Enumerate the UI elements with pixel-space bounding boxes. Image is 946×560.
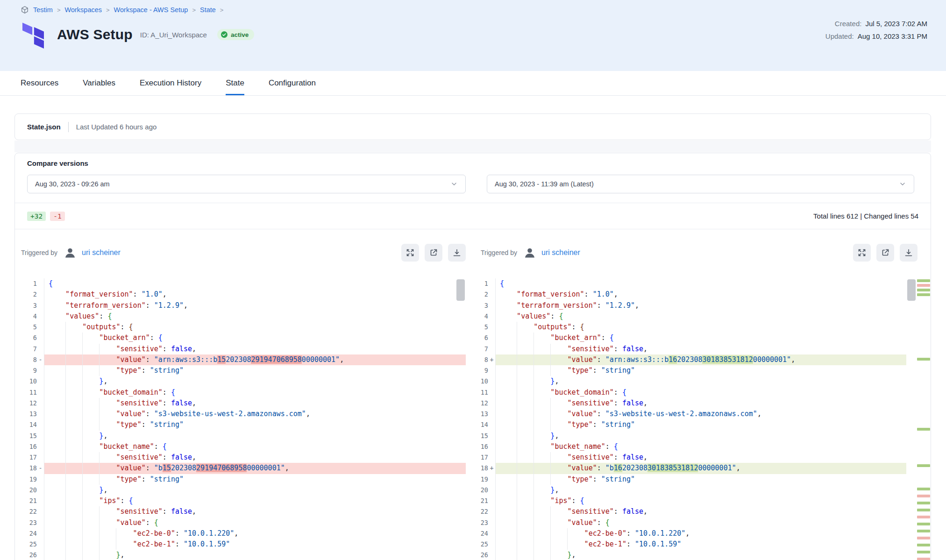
breadcrumb-link[interactable]: Testim — [33, 6, 53, 14]
code-line: 16"bucket_name": { — [21, 441, 466, 452]
indent-guide — [65, 376, 66, 387]
breadcrumb-separator: > — [220, 7, 224, 14]
line-number: 19 — [21, 474, 37, 485]
triggered-by-label: Triggered by — [481, 249, 517, 256]
diff-ruler-mark — [917, 544, 930, 546]
expand-icon — [406, 248, 414, 257]
state-file-name: State.json — [27, 123, 61, 131]
version-select-right-value: Aug 30, 2023 - 11:39 am (Latest) — [495, 180, 594, 188]
scrollbar-thumb[interactable] — [456, 279, 465, 301]
breadcrumb-link[interactable]: Workspace - AWS Setup — [114, 6, 188, 14]
breadcrumb-link[interactable]: State — [200, 6, 216, 14]
triggered-by-user-link[interactable]: uri scheiner — [541, 248, 580, 257]
indent-guide — [82, 431, 83, 441]
indent-guide — [517, 387, 517, 398]
diff-marker — [488, 419, 495, 430]
download-button[interactable] — [900, 244, 918, 262]
updated-value: Aug 10, 2023 3:31 PM — [858, 32, 927, 40]
triggered-by-user-link[interactable]: uri scheiner — [82, 248, 121, 257]
indent-guide — [550, 474, 551, 485]
line-number: 12 — [472, 398, 488, 409]
indent-guide — [65, 344, 66, 354]
diff-ruler-mark — [917, 558, 930, 560]
indent-guide — [82, 539, 83, 550]
diff-marker — [488, 485, 495, 496]
diff-marker — [488, 311, 495, 322]
line-number: 16 — [21, 441, 37, 452]
diff-ruler-mark — [917, 464, 930, 467]
triggered-by-label: Triggered by — [21, 249, 57, 256]
open-external-button[interactable] — [425, 244, 442, 262]
code-line: 14"type": "string" — [21, 419, 466, 430]
indent-guide — [65, 539, 66, 550]
diff-marker: + — [488, 354, 495, 365]
code-line: 20}, — [472, 485, 906, 496]
tab-execution-history[interactable]: Execution History — [140, 71, 201, 95]
indent-guide — [65, 496, 66, 506]
line-number: 17 — [21, 452, 37, 463]
indent-guide — [533, 387, 534, 398]
indent-guide — [533, 344, 534, 354]
diff-marker — [37, 333, 44, 343]
line-number: 7 — [21, 344, 37, 354]
indent-guide — [533, 419, 534, 430]
code-line: 2"format_version": "1.0", — [472, 289, 906, 300]
indent-guide — [550, 539, 551, 550]
cube-icon — [21, 6, 29, 14]
diff-ruler-mark — [917, 509, 930, 511]
version-select-left[interactable]: Aug 30, 2023 - 09:26 am — [27, 175, 466, 193]
indent-guide — [517, 365, 517, 376]
open-external-button[interactable] — [876, 244, 894, 262]
breadcrumb-link[interactable]: Workspaces — [65, 6, 102, 14]
diff-ruler-mark — [917, 502, 930, 504]
created-value: Jul 5, 2023 7:02 AM — [865, 20, 927, 28]
version-select-right[interactable]: Aug 30, 2023 - 11:39 am (Latest) — [487, 175, 914, 193]
line-number: 5 — [472, 322, 488, 333]
code-line: 24"ec2-be-0": "10.0.1.220", — [21, 528, 466, 539]
line-number: 23 — [21, 517, 37, 528]
expand-button[interactable] — [401, 244, 419, 262]
indent-guide — [517, 550, 517, 560]
breadcrumb: Testim>Workspaces>Workspace - AWS Setup>… — [21, 6, 223, 14]
scrollbar-thumb[interactable] — [907, 279, 916, 301]
download-button[interactable] — [448, 244, 466, 262]
diff-ruler-mark — [917, 428, 930, 431]
indent-guide — [99, 550, 100, 560]
indent-guide — [65, 452, 66, 463]
indent-guide — [99, 506, 100, 517]
compare-card: Compare versions Aug 30, 2023 - 09:26 am… — [14, 153, 931, 560]
code-line: 22"sensitive": false, — [21, 506, 466, 517]
tab-state[interactable]: State — [226, 71, 244, 95]
breadcrumb-separator: > — [192, 7, 196, 14]
diff-pane-left[interactable]: 1{2"format_version": "1.0",3"terraform_v… — [21, 278, 466, 560]
page-title: AWS Setup — [57, 27, 133, 43]
diff-ruler-mark — [917, 488, 930, 490]
line-number: 25 — [472, 539, 488, 550]
indent-guide — [65, 550, 66, 560]
line-number: 1 — [472, 278, 488, 289]
indent-guide — [517, 496, 517, 506]
indent-guide — [82, 528, 83, 539]
indent-guide — [65, 528, 66, 539]
expand-button[interactable] — [853, 244, 871, 262]
line-number: 4 — [472, 311, 488, 322]
tab-resources[interactable]: Resources — [21, 71, 58, 95]
diff-pane-right[interactable]: 1{2"format_version": "1.0",3"terraform_v… — [472, 278, 906, 560]
tab-variables[interactable]: Variables — [83, 71, 115, 95]
diff-marker — [37, 550, 44, 560]
code-line: 4"values": { — [472, 311, 906, 322]
indent-guide — [550, 506, 551, 517]
diff-marker — [37, 376, 44, 387]
line-number: 8 — [472, 354, 488, 365]
indent-guide — [533, 376, 534, 387]
indent-guide — [533, 333, 534, 343]
tab-configuration[interactable]: Configuration — [269, 71, 316, 95]
indent-guide — [517, 528, 517, 539]
line-number: 12 — [21, 398, 37, 409]
diff-marker — [37, 344, 44, 354]
code-line: 8+"value": "arn:aws:s3:::b16202308301838… — [472, 354, 906, 365]
code-line: 12"sensitive": false, — [472, 398, 906, 409]
code-line: 2"format_version": "1.0", — [21, 289, 466, 300]
line-number: 13 — [21, 409, 37, 419]
diff-marker — [488, 474, 495, 485]
